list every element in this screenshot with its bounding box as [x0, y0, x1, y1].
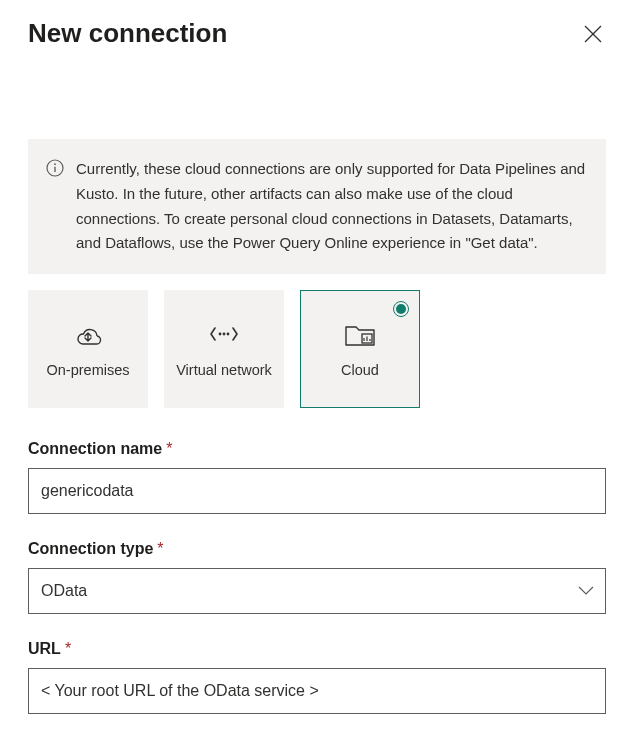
connection-card-virtualnetwork[interactable]: Virtual network [164, 290, 284, 408]
connection-card-label: On-premises [39, 361, 138, 381]
connection-name-input[interactable] [28, 468, 606, 514]
connection-type-value: OData [41, 582, 87, 600]
dialog-header: New connection [28, 18, 606, 49]
required-indicator: * [65, 640, 71, 658]
url-input[interactable] [28, 668, 606, 714]
virtual-network-icon [209, 317, 239, 351]
page-title: New connection [28, 18, 227, 49]
url-label: URL [28, 640, 61, 658]
close-icon [584, 25, 602, 43]
svg-point-3 [54, 163, 56, 165]
info-icon [46, 159, 64, 256]
connection-card-onpremises[interactable]: On-premises [28, 290, 148, 408]
svg-point-7 [227, 333, 230, 336]
connection-type-label: Connection type [28, 540, 153, 558]
svg-point-5 [219, 333, 222, 336]
connection-card-label: Virtual network [168, 361, 280, 381]
info-text: Currently, these cloud connections are o… [76, 157, 588, 256]
connection-card-label: Cloud [333, 361, 387, 381]
connection-type-cards: On-premises Virtual network [28, 290, 606, 408]
connection-type-select[interactable]: OData [28, 568, 606, 614]
close-button[interactable] [580, 21, 606, 47]
cloud-onprem-icon [71, 317, 105, 351]
required-indicator: * [166, 440, 172, 458]
required-indicator: * [157, 540, 163, 558]
svg-point-6 [223, 333, 226, 336]
info-banner: Currently, these cloud connections are o… [28, 139, 606, 274]
cloud-folder-icon [343, 317, 377, 351]
selected-indicator-icon [393, 301, 409, 317]
connection-card-cloud[interactable]: Cloud [300, 290, 420, 408]
connection-name-label: Connection name [28, 440, 162, 458]
